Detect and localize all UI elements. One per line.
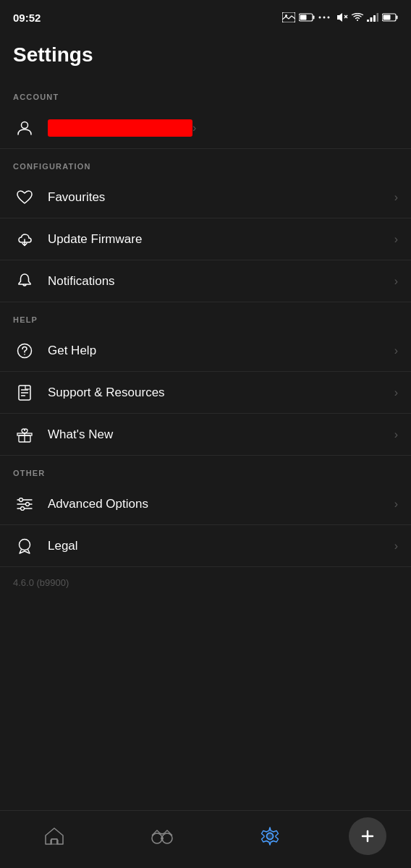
configuration-section-header: CONFIGURATION (0, 149, 411, 176)
award-icon (13, 538, 36, 554)
chevron-icon: › (394, 498, 398, 511)
bottom-nav (0, 810, 411, 868)
svg-rect-17 (384, 15, 391, 20)
favourites-label: Favourites (48, 190, 394, 205)
svg-point-42 (266, 833, 274, 840)
image-icon (282, 12, 295, 22)
bell-icon (13, 273, 36, 289)
support-resources-item[interactable]: Support & Resources › (0, 372, 411, 414)
add-button[interactable] (349, 817, 386, 855)
mute-icon (336, 12, 348, 23)
get-help-item[interactable]: Get Help › (0, 330, 411, 372)
account-profile-item[interactable]: › (0, 107, 411, 149)
svg-rect-38 (51, 839, 57, 844)
question-circle-icon (13, 343, 36, 359)
page-title-bar: Settings (0, 32, 411, 80)
chevron-icon: › (394, 428, 398, 441)
legal-item[interactable]: Legal › (0, 525, 411, 567)
notifications-label: Notifications (48, 274, 394, 289)
svg-rect-11 (367, 20, 369, 22)
status-time: 09:52 (13, 12, 41, 24)
chevron-icon: › (394, 386, 398, 399)
svg-rect-16 (397, 16, 398, 20)
account-redacted-field (48, 119, 192, 137)
battery-main-icon (382, 13, 398, 22)
gift-icon (13, 427, 36, 443)
chevron-icon: › (394, 275, 398, 288)
sliders-icon (13, 498, 36, 511)
wifi-icon (352, 13, 363, 22)
status-bar: 09:52 (0, 0, 411, 32)
svg-point-33 (26, 502, 30, 506)
svg-rect-13 (373, 15, 376, 22)
heart-icon (13, 190, 36, 205)
svg-rect-14 (377, 13, 379, 22)
document-icon (13, 385, 36, 401)
chevron-icon: › (394, 344, 398, 357)
get-help-label: Get Help (48, 344, 394, 358)
chevron-icon: › (394, 191, 398, 204)
main-content: ACCOUNT › CONFIGURATION Favourites › (0, 80, 411, 663)
account-section: ACCOUNT › (0, 80, 411, 149)
nav-settings[interactable] (241, 814, 299, 858)
other-section: OTHER Advanced Options › (0, 456, 411, 567)
svg-marker-8 (337, 13, 342, 22)
svg-point-39 (152, 833, 162, 843)
cloud-download-icon (13, 232, 36, 247)
signal-dots-icon (318, 12, 333, 22)
advanced-options-item[interactable]: Advanced Options › (0, 483, 411, 525)
svg-rect-4 (300, 15, 307, 20)
chevron-icon: › (394, 233, 398, 246)
svg-point-35 (20, 539, 30, 550)
svg-point-40 (162, 833, 172, 843)
other-section-header: OTHER (0, 456, 411, 483)
gear-icon (260, 826, 280, 846)
update-firmware-item[interactable]: Update Firmware › (0, 218, 411, 260)
update-firmware-label: Update Firmware (48, 232, 394, 247)
nav-home[interactable] (25, 814, 83, 858)
support-resources-label: Support & Resources (48, 386, 394, 400)
svg-point-1 (285, 14, 287, 17)
home-icon (44, 827, 64, 846)
advanced-options-label: Advanced Options (48, 497, 394, 511)
binoculars-icon (151, 828, 173, 844)
svg-point-21 (24, 354, 25, 355)
status-icons (282, 12, 398, 23)
battery-icon (299, 13, 315, 22)
configuration-section: CONFIGURATION Favourites › Update Firmwa… (0, 149, 411, 302)
whats-new-item[interactable]: What's New › (0, 414, 411, 456)
page-title: Settings (13, 43, 398, 67)
account-section-header: ACCOUNT (0, 80, 411, 107)
svg-point-6 (323, 17, 326, 19)
svg-point-7 (328, 17, 330, 19)
nav-discover[interactable] (133, 814, 191, 858)
chevron-icon: › (192, 122, 196, 135)
svg-point-32 (20, 498, 23, 501)
svg-rect-3 (313, 16, 315, 20)
version-text: 4.6.0 (b9900) (0, 567, 411, 598)
svg-point-18 (22, 122, 28, 128)
signal-bars-icon (367, 13, 378, 22)
favourites-item[interactable]: Favourites › (0, 176, 411, 218)
whats-new-label: What's New (48, 427, 394, 442)
chevron-icon: › (394, 540, 398, 553)
svg-point-34 (21, 506, 25, 510)
help-section: HELP Get Help › (0, 302, 411, 456)
legal-label: Legal (48, 539, 394, 553)
help-section-header: HELP (0, 302, 411, 330)
notifications-item[interactable]: Notifications › (0, 260, 411, 302)
svg-rect-12 (370, 17, 373, 22)
svg-point-5 (319, 17, 321, 19)
person-icon (13, 120, 36, 136)
